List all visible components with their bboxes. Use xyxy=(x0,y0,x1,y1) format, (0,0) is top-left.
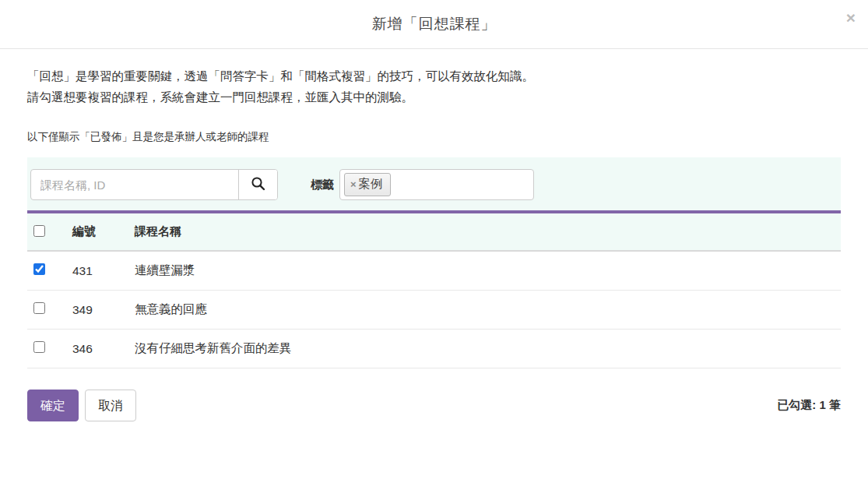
select-all-checkbox[interactable] xyxy=(33,225,45,237)
search-icon xyxy=(251,176,265,193)
modal-footer: 確定 取消 已勾選: 1 筆 xyxy=(27,390,841,421)
tag-chip: × 案例 xyxy=(344,173,391,196)
course-id: 346 xyxy=(66,330,128,368)
confirm-button[interactable]: 確定 xyxy=(27,390,79,421)
tag-chip-label: 案例 xyxy=(359,176,383,192)
course-search-group xyxy=(30,169,278,200)
close-icon[interactable]: × xyxy=(846,9,856,26)
course-search-input[interactable] xyxy=(31,170,238,199)
filter-row: 標籤 × 案例 xyxy=(27,157,841,210)
course-picker: 標籤 × 案例 編號 課程名稱 xyxy=(27,157,841,368)
course-id: 431 xyxy=(66,251,128,291)
table-row: 346 沒有仔細思考新舊介面的差異 xyxy=(27,330,841,368)
row-checkbox[interactable] xyxy=(33,341,45,353)
add-recall-course-modal: 新增「回想課程」 × 「回想」是學習的重要關鍵，透過「問答字卡」和「間格式複習」… xyxy=(0,0,868,483)
cancel-button[interactable]: 取消 xyxy=(85,390,136,421)
row-checkbox[interactable] xyxy=(33,302,45,314)
course-table: 編號 課程名稱 431 連續壁漏漿 xyxy=(27,213,841,368)
filter-note: 以下僅顯示「已發佈」且是您是承辦人或老師的課程 xyxy=(27,130,841,144)
modal-title: 新增「回想課程」 xyxy=(372,14,497,34)
modal-header: 新增「回想課程」 × xyxy=(0,0,868,49)
intro-text: 「回想」是學習的重要關鍵，透過「問答字卡」和「間格式複習」的技巧，可以有效故化知… xyxy=(27,65,841,108)
column-header-name: 課程名稱 xyxy=(128,213,841,251)
tag-remove-icon[interactable]: × xyxy=(350,178,357,190)
tag-filter-label: 標籤 xyxy=(311,178,334,192)
modal-body: 「回想」是學習的重要關鍵，透過「問答字卡」和「間格式複習」的技巧，可以有效故化知… xyxy=(0,49,868,421)
course-name: 沒有仔細思考新舊介面的差異 xyxy=(128,330,841,368)
selected-count: 已勾選: 1 筆 xyxy=(777,398,841,413)
intro-line-1: 「回想」是學習的重要關鍵，透過「問答字卡」和「間格式複習」的技巧，可以有效故化知… xyxy=(27,65,841,86)
table-row: 349 無意義的回應 xyxy=(27,291,841,330)
intro-line-2: 請勾選想要複習的課程，系統會建立一門回想課程，並匯入其中的測驗。 xyxy=(27,86,841,108)
column-header-id: 編號 xyxy=(66,213,128,251)
row-checkbox[interactable] xyxy=(33,263,45,275)
tag-filter-input[interactable]: × 案例 xyxy=(339,169,534,200)
course-name: 無意義的回應 xyxy=(128,291,841,330)
course-name: 連續壁漏漿 xyxy=(128,251,841,291)
course-id: 349 xyxy=(66,291,128,330)
search-button[interactable] xyxy=(238,170,277,199)
table-header-row: 編號 課程名稱 xyxy=(27,213,841,251)
table-row: 431 連續壁漏漿 xyxy=(27,251,841,291)
